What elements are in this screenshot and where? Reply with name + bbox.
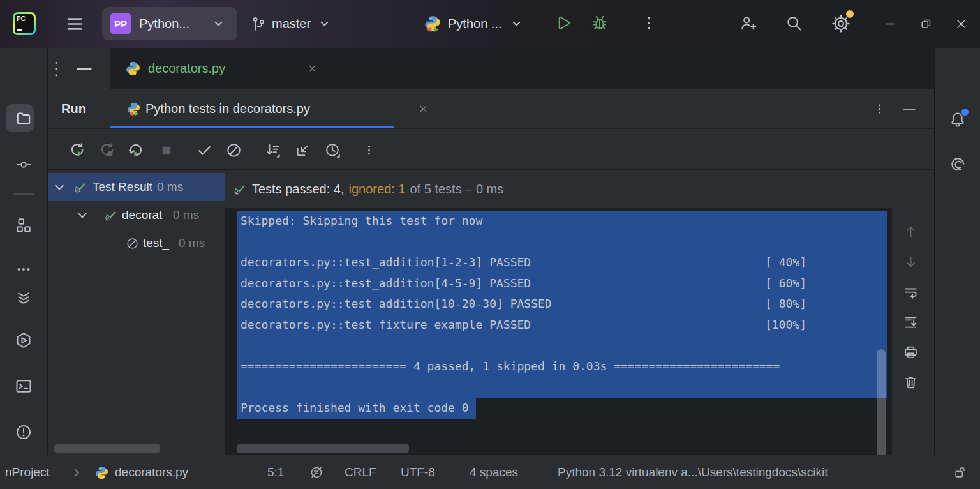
- clear-console-trash-button[interactable]: [903, 374, 919, 390]
- search-icon[interactable]: [785, 14, 803, 32]
- left-tool-stripe: [0, 48, 48, 455]
- breadcrumb-chevron-icon: [73, 469, 80, 477]
- highlighting-level-icon[interactable]: [309, 465, 324, 480]
- active-tab-underline: [110, 126, 394, 128]
- pytest-run-icon: [126, 102, 141, 116]
- stop-button[interactable]: [158, 142, 175, 159]
- editor-tab-label: decorators.py: [148, 48, 225, 89]
- titlebar: PC PP Python... master Python ...: [0, 0, 980, 48]
- hide-tab-bar-minimize[interactable]: [73, 64, 95, 74]
- debug-button[interactable]: [591, 14, 609, 32]
- rerun-button[interactable]: [68, 141, 85, 159]
- console-output[interactable]: Skipped: Skipping this test for now deco…: [225, 208, 892, 455]
- toolbar-kebab[interactable]: [364, 145, 375, 156]
- unlocked-icon[interactable]: [953, 465, 967, 479]
- run-panel-header: Run Python tests in decorators.py: [48, 89, 934, 129]
- pycharm-window: PC PP Python... master Python ...: [0, 0, 980, 489]
- interpreter-widget[interactable]: Python 3.12 virtualenv a...\Users\testin…: [558, 455, 828, 489]
- terminal-icon[interactable]: [15, 377, 33, 395]
- python-file-icon: [94, 465, 109, 480]
- console-horizontal-scrollbar[interactable]: [237, 444, 409, 453]
- test-tree-panel[interactable]: Test Result 0 ms decorat 0 ms test_ 0 ms: [48, 170, 225, 455]
- tree-row-test-skipped[interactable]: test_ 0 ms: [48, 229, 225, 257]
- chevron-down-icon[interactable]: [54, 184, 64, 191]
- history-clock-button[interactable]: [324, 142, 341, 159]
- chevron-down-icon[interactable]: [77, 212, 87, 219]
- console-line: decorators.py::test_addition[1-2-3] PASS…: [241, 255, 531, 269]
- pytest-python-icon: [424, 15, 442, 33]
- tree-row-test-result[interactable]: Test Result 0 ms: [48, 173, 225, 201]
- chevron-down-icon: [214, 21, 223, 27]
- structure-icon[interactable]: [15, 217, 32, 234]
- run-panel-minimize[interactable]: [901, 105, 917, 114]
- tree-row-label: decorat: [122, 208, 173, 222]
- services-icon[interactable]: [15, 331, 33, 349]
- tree-horizontal-scrollbar[interactable]: [54, 444, 160, 453]
- add-user-icon[interactable]: [739, 14, 757, 32]
- project-folder-icon[interactable]: [15, 110, 32, 126]
- soft-wrap-button[interactable]: [903, 285, 919, 301]
- console-line: ======================== 4 passed, 1 ski…: [241, 359, 780, 373]
- encoding-widget[interactable]: UTF-8: [401, 455, 435, 489]
- ai-assistant-icon[interactable]: [949, 156, 967, 173]
- settings-gear-icon[interactable]: [831, 13, 851, 34]
- run-panel-title: Run: [61, 89, 86, 128]
- scroll-to-end-button[interactable]: [903, 314, 919, 330]
- project-widget[interactable]: PP Python...: [102, 7, 237, 40]
- show-passed-filter[interactable]: [196, 142, 213, 159]
- test-passed-ignored-icon: [104, 208, 118, 222]
- test-ignored-icon: [126, 237, 139, 250]
- status-bar: nProject decorators.py 5:1 CRLF UTF-8 4 …: [0, 455, 980, 489]
- indent-widget[interactable]: 4 spaces: [470, 455, 518, 489]
- sort-tests-button[interactable]: [264, 142, 281, 159]
- run-toolbar: [48, 129, 934, 170]
- collapse-chevrons-icon[interactable]: [15, 289, 33, 306]
- auto-rerun-button[interactable]: [127, 141, 145, 159]
- python-file-icon: [125, 61, 141, 77]
- tree-row-decorators[interactable]: decorat 0 ms: [48, 201, 225, 229]
- console-side-toolbar: [892, 170, 934, 455]
- summary-ignored-text: ignored: 1: [349, 182, 406, 197]
- project-name: Python...: [139, 0, 189, 48]
- more-actions-kebab[interactable]: [641, 15, 657, 31]
- show-ignored-filter[interactable]: [225, 142, 242, 159]
- caret-position-widget[interactable]: 5:1: [267, 455, 284, 489]
- problems-icon[interactable]: [15, 423, 33, 441]
- next-occurrence-button[interactable]: [903, 254, 919, 270]
- prev-occurrence-button[interactable]: [903, 223, 919, 239]
- hamburger-menu-icon[interactable]: [65, 15, 84, 33]
- window-close-button[interactable]: [948, 11, 974, 36]
- more-tool-windows-icon[interactable]: [15, 261, 32, 278]
- run-panel-options-kebab[interactable]: [874, 103, 885, 114]
- run-tab-label: Python tests in decorators.py: [145, 89, 310, 128]
- drag-handle-dots[interactable]: [52, 61, 61, 77]
- tool-window-header: [48, 48, 110, 89]
- run-config-name: Python ...: [448, 17, 502, 31]
- console-line-pct: [ 80%]: [765, 294, 806, 315]
- branch-widget[interactable]: master: [272, 0, 329, 48]
- breadcrumb-file[interactable]: decorators.py: [115, 455, 188, 489]
- window-restore-button[interactable]: [913, 11, 939, 36]
- tree-row-time: 0 ms: [173, 208, 199, 222]
- run-config-widget[interactable]: Python ...: [448, 0, 521, 48]
- right-tool-stripe: [934, 48, 980, 455]
- test-passed-ignored-icon: [73, 180, 87, 194]
- console-vertical-scrollbar[interactable]: [877, 349, 886, 455]
- close-icon[interactable]: [419, 104, 428, 114]
- breadcrumb-project[interactable]: nProject: [5, 455, 50, 489]
- run-button[interactable]: [554, 14, 572, 32]
- window-minimize-button[interactable]: [877, 11, 903, 36]
- navigate-to-source-button[interactable]: [294, 142, 311, 159]
- commit-icon[interactable]: [15, 156, 32, 173]
- console-line: decorators.py::test_fixture_example PASS…: [241, 318, 531, 331]
- close-icon[interactable]: [308, 64, 317, 73]
- project-initials: PP: [114, 19, 127, 29]
- pycharm-logo-icon: PC: [13, 12, 36, 35]
- editor-tab-strip: decorators.py: [48, 48, 934, 89]
- rerun-failed-button[interactable]: [98, 141, 115, 159]
- notifications-bell-icon[interactable]: [949, 110, 967, 128]
- summary-passed-text: Tests passed: 4,: [252, 182, 345, 197]
- print-button[interactable]: [903, 344, 919, 360]
- logo-dash: [17, 29, 22, 31]
- line-separator-widget[interactable]: CRLF: [345, 455, 376, 489]
